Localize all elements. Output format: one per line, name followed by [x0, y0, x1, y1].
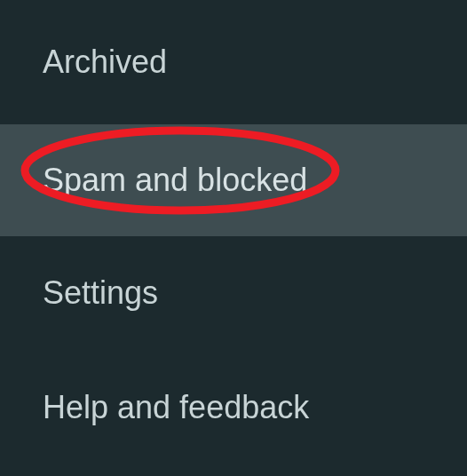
menu-item-settings[interactable]: Settings [0, 236, 467, 350]
menu-item-label: Settings [43, 274, 158, 312]
menu-item-label: Help and feedback [43, 389, 309, 426]
menu-item-archived[interactable]: Archived [0, 0, 467, 124]
menu-item-label: Spam and blocked [43, 162, 307, 199]
menu-item-help-feedback[interactable]: Help and feedback [0, 350, 467, 465]
menu-item-label: Archived [43, 44, 167, 81]
menu-item-spam-blocked[interactable]: Spam and blocked [0, 124, 467, 236]
navigation-menu: Archived Spam and blocked Settings Help … [0, 0, 467, 476]
